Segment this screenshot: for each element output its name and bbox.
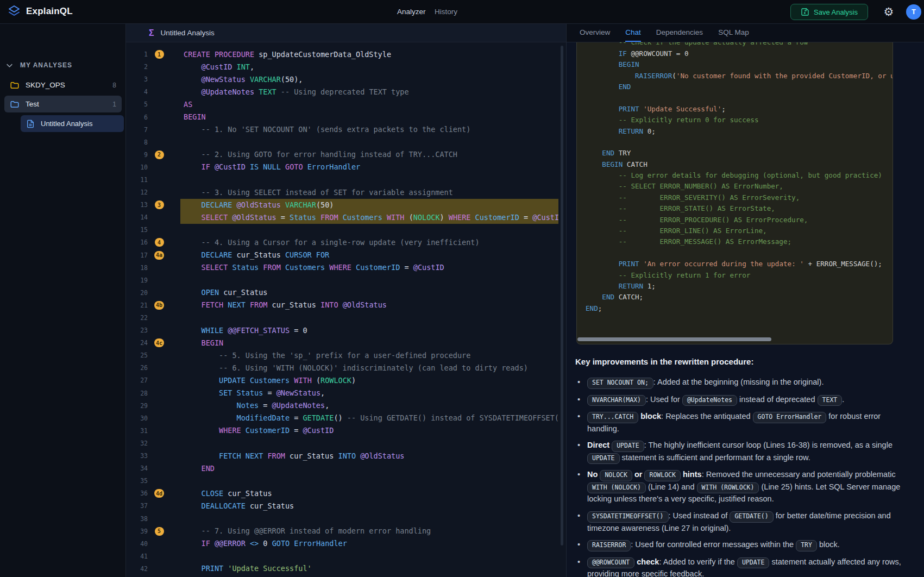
code-text: BEGIN bbox=[180, 111, 558, 123]
rewritten-procedure-code-block[interactable]: -- Check if the update actually affected… bbox=[576, 42, 893, 344]
my-analyses-group-header[interactable]: MY ANALYSES bbox=[5, 58, 121, 73]
code-line: 11 bbox=[126, 173, 566, 186]
bullet-text: : Used instead of bbox=[669, 511, 730, 520]
chat-code-line: END TRY bbox=[586, 148, 884, 159]
sigma-icon: Σ bbox=[149, 28, 154, 38]
annotation-badge[interactable]: 5 bbox=[155, 527, 164, 536]
line-number: 15 bbox=[126, 226, 151, 234]
annotation-badge[interactable]: 4a bbox=[154, 251, 164, 260]
line-number: 25 bbox=[126, 352, 151, 359]
code-text: CREATE PROCEDURE sp_UpdateCustomerData_O… bbox=[180, 48, 558, 61]
code-text: FETCH NEXT FROM cur_Status INTO @OldStat… bbox=[180, 450, 558, 462]
code-text: -- 7. Using @@ERROR instead of modern er… bbox=[180, 525, 558, 537]
sidebar-folder-test[interactable]: Test 1 bbox=[4, 96, 122, 112]
user-avatar[interactable]: T bbox=[906, 4, 921, 20]
bullet-text: : Added to verify if the bbox=[659, 557, 737, 566]
line-number: 31 bbox=[126, 427, 151, 435]
folder-name: SKDY_OPS bbox=[26, 81, 106, 89]
sidebar-folder-skdy-ops[interactable]: SKDY_OPS 8 bbox=[4, 77, 122, 93]
tab-overview[interactable]: Overview bbox=[580, 24, 610, 42]
code-text: -- 1. No 'SET NOCOUNT ON' (sends extra p… bbox=[180, 123, 558, 136]
code-text: SELECT @OldStatus = Status FROM Customer… bbox=[180, 211, 558, 224]
code-text: WHERE CustomerID = @CustID bbox=[180, 424, 558, 437]
code-text: @NewStatus VARCHAR(50), bbox=[180, 73, 558, 86]
nav-analyzer-link[interactable]: Analyzer bbox=[397, 0, 426, 24]
settings-gear-icon[interactable]: ⚙ bbox=[881, 4, 896, 20]
code-block-horizontal-scrollbar[interactable] bbox=[577, 337, 771, 341]
code-line: 3 @NewStatus VARCHAR(50), bbox=[126, 73, 566, 86]
chat-code-line bbox=[586, 137, 884, 148]
code-text: Notes = @UpdateNotes, bbox=[180, 399, 558, 412]
code-text: DECLARE @OldStatus VARCHAR(50) bbox=[180, 199, 558, 211]
code-line: 23 WHILE @@FETCH_STATUS = 0 bbox=[126, 324, 566, 337]
line-number: 21 bbox=[126, 302, 151, 309]
code-line: 11CREATE PROCEDURE sp_UpdateCustomerData… bbox=[126, 48, 566, 61]
code-line: 18 SELECT Status FROM Customers WHERE Cu… bbox=[126, 261, 566, 274]
line-number: 1 bbox=[126, 51, 151, 58]
line-number: 37 bbox=[126, 502, 151, 510]
code-line: 133 DECLARE @OldStatus VARCHAR(50) bbox=[126, 199, 566, 211]
sidebar: MY ANALYSES SKDY_OPS 8 Test 1 Untitled A… bbox=[0, 24, 126, 577]
chat-code-line: -- ERROR_PROCEDURE() AS ErrorProcedure, bbox=[586, 215, 884, 225]
chat-code-line: -- Explicitly return 0 for success bbox=[586, 115, 884, 126]
code-chip: GETDATE() bbox=[730, 511, 773, 523]
code-line: 27 UPDATE Customers WITH (ROWLOCK) bbox=[126, 374, 566, 387]
code-line: 2 @CustID INT, bbox=[126, 61, 566, 73]
code-line: 7 -- 1. No 'SET NOCOUNT ON' (sends extra… bbox=[126, 123, 566, 136]
code-line: 43 RETURN 0 bbox=[126, 575, 566, 577]
code-chip: WITH (NOLOCK) bbox=[587, 482, 646, 494]
code-line: 214b FETCH NEXT FROM cur_Status INTO @Ol… bbox=[126, 299, 566, 311]
code-text: -- 5. Using the 'sp_' prefix for a user-… bbox=[180, 349, 558, 362]
folder-count: 8 bbox=[112, 81, 116, 89]
annotation-badge[interactable]: 3 bbox=[155, 200, 164, 209]
code-text: FETCH NEXT FROM cur_Status INTO @OldStat… bbox=[180, 299, 558, 311]
line-number: 20 bbox=[126, 289, 151, 297]
editor-vertical-scrollbar[interactable] bbox=[561, 46, 563, 545]
annotation-badge[interactable]: 4d bbox=[154, 489, 164, 498]
tab-dependencies[interactable]: Dependencies bbox=[656, 24, 703, 42]
line-number: 40 bbox=[126, 540, 151, 548]
chat-code-line: -- Check if the update actually affected… bbox=[586, 42, 884, 48]
sidebar-item-untitled-analysis[interactable]: Untitled Analysis bbox=[21, 115, 124, 132]
badge-gutter: 5 bbox=[151, 527, 167, 536]
annotation-badge[interactable]: 4c bbox=[154, 338, 164, 347]
bold-text: or bbox=[634, 470, 643, 479]
code-line: 10 IF @CustID IS NULL GOTO ErrorHandler bbox=[126, 161, 566, 173]
code-text: PRINT 'Update Successful' bbox=[180, 562, 558, 575]
save-analysis-button[interactable]: Save Analysis bbox=[790, 4, 868, 20]
tab-chat[interactable]: Chat bbox=[625, 24, 641, 42]
code-chip: UPDATE bbox=[737, 557, 770, 569]
my-analyses-label: MY ANALYSES bbox=[20, 61, 72, 69]
rewritten-procedure-code: -- Check if the update actually affected… bbox=[577, 42, 892, 314]
sql-code-area[interactable]: 11CREATE PROCEDURE sp_UpdateCustomerData… bbox=[126, 42, 566, 577]
app-window: ExplainQL Analyzer History Save Analysis… bbox=[0, 0, 924, 577]
nav-history-link[interactable]: History bbox=[435, 0, 457, 24]
code-text: AS bbox=[180, 98, 558, 111]
code-line: 395 -- 7. Using @@ERROR instead of moder… bbox=[126, 525, 566, 537]
code-chip: NVARCHAR(MAX) bbox=[587, 395, 646, 406]
annotation-badge[interactable]: 4 bbox=[155, 238, 164, 247]
annotation-badge[interactable]: 4b bbox=[154, 301, 164, 310]
bullet-text: . bbox=[842, 395, 844, 404]
improvement-item: NVARCHAR(MAX): Used for @UpdateNotes ins… bbox=[575, 394, 909, 406]
line-number: 4 bbox=[126, 88, 151, 96]
chat-code-line: PRINT 'Update Successful'; bbox=[586, 104, 884, 115]
chat-code-line: -- ERROR_LINE() AS ErrorLine, bbox=[586, 225, 884, 236]
sql-editor-panel: Σ Untitled Analysis 11CREATE PROCEDURE s… bbox=[126, 24, 566, 577]
code-line: 30 ModifiedDate = GETDATE() -- Using GET… bbox=[126, 412, 566, 424]
code-line: 14 SELECT @OldStatus = Status FROM Custo… bbox=[126, 211, 566, 224]
line-number: 32 bbox=[126, 440, 151, 447]
line-number: 36 bbox=[126, 490, 151, 497]
tab-sql-map[interactable]: SQL Map bbox=[718, 24, 749, 42]
line-number: 18 bbox=[126, 264, 151, 272]
improvement-item: TRY...CATCH block: Replaces the antiquat… bbox=[575, 411, 909, 435]
code-line: 15 bbox=[126, 224, 566, 236]
bullet-text: block. bbox=[817, 540, 840, 549]
line-number: 35 bbox=[126, 477, 151, 485]
badge-gutter: 4b bbox=[151, 301, 167, 310]
analysis-tabbar: OverviewChatDependenciesSQL Map bbox=[567, 24, 924, 42]
annotation-badge[interactable]: 2 bbox=[155, 150, 164, 159]
annotation-badge[interactable]: 1 bbox=[155, 50, 164, 59]
code-line: 40 IF @@ERROR <> 0 GOTO ErrorHandler bbox=[126, 537, 566, 550]
chat-code-line: -- Explicitly return 1 for error bbox=[586, 270, 884, 281]
